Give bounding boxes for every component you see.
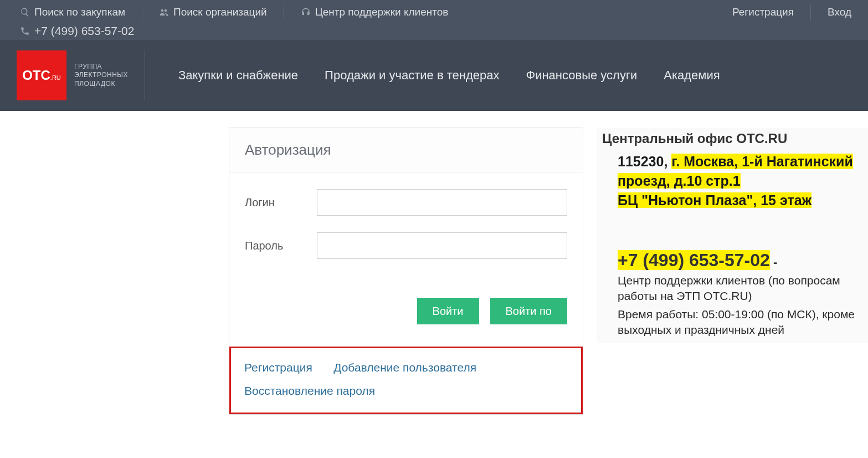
phone-icon bbox=[20, 26, 30, 36]
contact-card: Центральный офис OTC.RU 115230, г. Москв… bbox=[597, 128, 868, 343]
contact-address: 115230, г. Москва, 1-й Нагатинский проез… bbox=[602, 152, 862, 191]
logo-block: OTC.RU ГРУППА ЭЛЕКТРОННЫХ ПЛОЩАДОК bbox=[17, 50, 145, 100]
content-area: Авторизация Логин Пароль Войти Войти по … bbox=[0, 111, 868, 415]
headset-icon bbox=[301, 7, 311, 17]
logo[interactable]: OTC.RU bbox=[17, 50, 66, 100]
register-link[interactable]: Регистрация bbox=[732, 4, 811, 20]
topbar-phone: +7 (499) 653-57-02 bbox=[20, 20, 579, 38]
password-label: Пароль bbox=[245, 240, 317, 252]
search-icon bbox=[20, 7, 30, 17]
logo-tagline-l2: ЭЛЕКТРОННЫХ bbox=[74, 71, 128, 80]
recover-password-link[interactable]: Восстановление пароля bbox=[244, 384, 375, 397]
add-user-link[interactable]: Добавление пользователя bbox=[333, 361, 476, 374]
topbar-phone-number: +7 (499) 653-57-02 bbox=[34, 24, 134, 38]
search-orgs-label: Поиск организаций bbox=[173, 6, 267, 18]
contact-zip: 115230, bbox=[618, 154, 671, 169]
search-purchases-link[interactable]: Поиск по закупкам bbox=[20, 4, 142, 20]
main-nav: Закупки и снабжение Продажи и участие в … bbox=[178, 68, 720, 83]
auth-body: Логин Пароль Войти Войти по bbox=[229, 172, 583, 347]
contact-hours-text: Время работы: 05:00-19:00 (по МСК), кром… bbox=[602, 307, 862, 338]
contact-phone: +7 (499) 653-57-02 bbox=[618, 250, 770, 270]
nav-academy[interactable]: Академия bbox=[664, 68, 720, 83]
users-icon bbox=[159, 7, 169, 17]
search-orgs-link[interactable]: Поиск организаций bbox=[142, 4, 284, 20]
login-link[interactable]: Вход bbox=[811, 4, 851, 20]
login-button[interactable]: Войти bbox=[417, 298, 479, 324]
support-center-link[interactable]: Центр поддержки клиентов bbox=[284, 4, 465, 20]
contact-bc: БЦ "Ньютон Плаза", 15 этаж bbox=[602, 191, 862, 210]
login-row: Логин bbox=[245, 189, 567, 216]
auth-title: Авторизация bbox=[229, 128, 583, 172]
auth-actions: Войти Войти по bbox=[245, 298, 567, 324]
logo-brand: OTC bbox=[22, 68, 50, 83]
password-row: Пароль bbox=[245, 232, 567, 259]
logo-tagline-l1: ГРУППА bbox=[74, 63, 128, 72]
register-auth-link[interactable]: Регистрация bbox=[244, 361, 312, 374]
contact-phone-dash: - bbox=[770, 255, 777, 269]
logo-tagline-l3: ПЛОЩАДОК bbox=[74, 80, 128, 89]
auth-panel: Авторизация Логин Пароль Войти Войти по … bbox=[229, 128, 583, 415]
login-label: Логин bbox=[245, 196, 317, 209]
utility-bar-left: Поиск по закупкам Поиск организаций Цент… bbox=[20, 4, 579, 38]
nav-purchases[interactable]: Закупки и снабжение bbox=[178, 68, 298, 83]
login-input[interactable] bbox=[317, 189, 567, 216]
auth-links-box: Регистрация Добавление пользователя Восс… bbox=[229, 347, 583, 414]
logo-tagline: ГРУППА ЭЛЕКТРОННЫХ ПЛОЩАДОК bbox=[74, 63, 128, 89]
utility-bar: Поиск по закупкам Поиск организаций Цент… bbox=[0, 0, 868, 40]
contact-phone-row: +7 (499) 653-57-02 - bbox=[602, 250, 862, 271]
password-input[interactable] bbox=[317, 232, 567, 259]
login-by-button[interactable]: Войти по bbox=[490, 298, 567, 324]
contact-support-text: Центр поддержки клиентов (по вопросам ра… bbox=[602, 273, 862, 304]
nav-sales[interactable]: Продажи и участие в тендерах bbox=[325, 68, 499, 83]
logo-brand-sub: .RU bbox=[50, 74, 61, 81]
search-purchases-label: Поиск по закупкам bbox=[34, 6, 125, 18]
site-header: OTC.RU ГРУППА ЭЛЕКТРОННЫХ ПЛОЩАДОК Закуп… bbox=[0, 40, 868, 111]
utility-bar-right: Регистрация Вход bbox=[732, 4, 851, 20]
nav-finance[interactable]: Финансовые услуги bbox=[526, 68, 637, 83]
contact-bc-text: БЦ "Ньютон Плаза", 15 этаж bbox=[618, 192, 811, 208]
contact-title: Центральный офис OTC.RU bbox=[602, 131, 862, 146]
support-center-label: Центр поддержки клиентов bbox=[315, 6, 449, 18]
